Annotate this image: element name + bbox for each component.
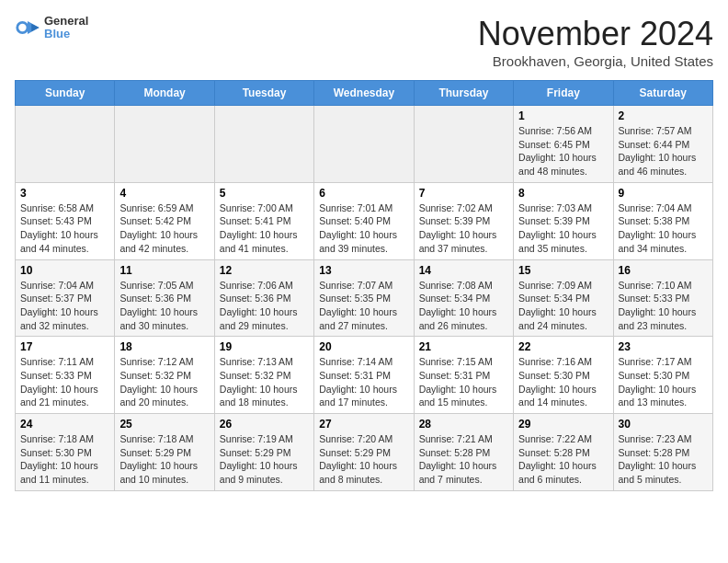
calendar-cell: 24Sunrise: 7:18 AMSunset: 5:30 PMDayligh… bbox=[16, 414, 115, 491]
day-number: 19 bbox=[220, 340, 309, 353]
day-info: Sunrise: 7:16 AMSunset: 5:30 PMDaylight:… bbox=[518, 355, 608, 409]
day-number: 22 bbox=[518, 340, 608, 353]
day-number: 29 bbox=[518, 418, 608, 431]
calendar-cell: 30Sunrise: 7:23 AMSunset: 5:28 PMDayligh… bbox=[613, 414, 712, 491]
day-info: Sunrise: 7:17 AMSunset: 5:30 PMDaylight:… bbox=[619, 355, 708, 409]
title-block: November 2024 Brookhaven, Georgia, Unite… bbox=[478, 15, 713, 69]
day-number: 25 bbox=[119, 418, 209, 431]
day-info: Sunrise: 7:08 AMSunset: 5:34 PMDaylight:… bbox=[419, 279, 508, 333]
header-monday: Monday bbox=[115, 81, 214, 106]
day-info: Sunrise: 7:00 AMSunset: 5:41 PMDaylight:… bbox=[220, 201, 309, 256]
day-number: 20 bbox=[319, 340, 408, 353]
day-info: Sunrise: 6:58 AMSunset: 5:43 PMDaylight:… bbox=[20, 201, 109, 256]
day-info: Sunrise: 7:18 AMSunset: 5:29 PMDaylight:… bbox=[119, 432, 209, 487]
day-info: Sunrise: 7:01 AMSunset: 5:40 PMDaylight:… bbox=[319, 201, 408, 256]
calendar-cell: 19Sunrise: 7:13 AMSunset: 5:32 PMDayligh… bbox=[214, 337, 313, 414]
calendar-cell: 4Sunrise: 6:59 AMSunset: 5:42 PMDaylight… bbox=[115, 182, 214, 259]
calendar-cell: 14Sunrise: 7:08 AMSunset: 5:34 PMDayligh… bbox=[414, 259, 513, 337]
day-number: 26 bbox=[220, 418, 309, 431]
logo: General Blue bbox=[15, 15, 88, 41]
calendar-week-3: 17Sunrise: 7:11 AMSunset: 5:33 PMDayligh… bbox=[16, 337, 713, 414]
calendar-cell: 25Sunrise: 7:18 AMSunset: 5:29 PMDayligh… bbox=[115, 414, 214, 491]
day-info: Sunrise: 7:04 AMSunset: 5:38 PMDaylight:… bbox=[619, 201, 708, 256]
day-number: 30 bbox=[619, 418, 708, 431]
day-number: 14 bbox=[419, 264, 508, 277]
logo-line2: Blue bbox=[44, 28, 88, 40]
day-info: Sunrise: 7:19 AMSunset: 5:29 PMDaylight:… bbox=[220, 432, 309, 487]
calendar-cell bbox=[314, 106, 414, 183]
calendar-week-4: 24Sunrise: 7:18 AMSunset: 5:30 PMDayligh… bbox=[16, 414, 713, 491]
day-number: 6 bbox=[319, 187, 408, 200]
day-info: Sunrise: 7:56 AMSunset: 6:45 PMDaylight:… bbox=[518, 124, 608, 178]
calendar-week-1: 3Sunrise: 6:58 AMSunset: 5:43 PMDaylight… bbox=[16, 182, 713, 259]
calendar-cell bbox=[214, 106, 313, 183]
calendar-cell: 22Sunrise: 7:16 AMSunset: 5:30 PMDayligh… bbox=[514, 337, 613, 414]
calendar-cell: 23Sunrise: 7:17 AMSunset: 5:30 PMDayligh… bbox=[613, 337, 712, 414]
day-number: 11 bbox=[119, 264, 209, 277]
calendar-cell: 29Sunrise: 7:22 AMSunset: 5:28 PMDayligh… bbox=[514, 414, 613, 491]
day-info: Sunrise: 7:13 AMSunset: 5:32 PMDaylight:… bbox=[220, 355, 309, 409]
calendar-week-2: 10Sunrise: 7:04 AMSunset: 5:37 PMDayligh… bbox=[16, 259, 713, 337]
calendar-cell: 18Sunrise: 7:12 AMSunset: 5:32 PMDayligh… bbox=[115, 337, 214, 414]
day-info: Sunrise: 7:06 AMSunset: 5:36 PMDaylight:… bbox=[220, 279, 309, 333]
day-info: Sunrise: 7:14 AMSunset: 5:31 PMDaylight:… bbox=[319, 355, 408, 409]
day-number: 16 bbox=[619, 264, 708, 277]
calendar-cell: 6Sunrise: 7:01 AMSunset: 5:40 PMDaylight… bbox=[314, 182, 414, 259]
page-title: November 2024 bbox=[478, 15, 713, 53]
day-number: 9 bbox=[619, 187, 708, 200]
page-header: General Blue November 2024 Brookhaven, G… bbox=[15, 15, 713, 69]
day-info: Sunrise: 7:21 AMSunset: 5:28 PMDaylight:… bbox=[419, 432, 508, 487]
header-friday: Friday bbox=[514, 81, 613, 106]
calendar-cell: 17Sunrise: 7:11 AMSunset: 5:33 PMDayligh… bbox=[16, 337, 115, 414]
day-number: 4 bbox=[119, 187, 209, 200]
day-info: Sunrise: 7:07 AMSunset: 5:35 PMDaylight:… bbox=[319, 279, 408, 333]
calendar-cell bbox=[414, 106, 513, 183]
day-number: 13 bbox=[319, 264, 408, 277]
calendar-cell: 9Sunrise: 7:04 AMSunset: 5:38 PMDaylight… bbox=[613, 182, 712, 259]
day-info: Sunrise: 7:11 AMSunset: 5:33 PMDaylight:… bbox=[20, 355, 109, 409]
day-number: 23 bbox=[619, 340, 708, 353]
calendar-cell: 3Sunrise: 6:58 AMSunset: 5:43 PMDaylight… bbox=[16, 182, 115, 259]
day-number: 7 bbox=[419, 187, 508, 200]
day-info: Sunrise: 7:15 AMSunset: 5:31 PMDaylight:… bbox=[419, 355, 508, 409]
day-info: Sunrise: 7:18 AMSunset: 5:30 PMDaylight:… bbox=[20, 432, 109, 487]
calendar-cell: 15Sunrise: 7:09 AMSunset: 5:34 PMDayligh… bbox=[514, 259, 613, 337]
day-info: Sunrise: 7:03 AMSunset: 5:39 PMDaylight:… bbox=[518, 201, 608, 256]
day-info: Sunrise: 7:02 AMSunset: 5:39 PMDaylight:… bbox=[419, 201, 508, 256]
calendar-cell bbox=[16, 106, 115, 183]
day-number: 2 bbox=[619, 109, 708, 122]
calendar-cell: 16Sunrise: 7:10 AMSunset: 5:33 PMDayligh… bbox=[613, 259, 712, 337]
calendar-cell: 27Sunrise: 7:20 AMSunset: 5:29 PMDayligh… bbox=[314, 414, 414, 491]
calendar-cell: 11Sunrise: 7:05 AMSunset: 5:36 PMDayligh… bbox=[115, 259, 214, 337]
page-subtitle: Brookhaven, Georgia, United States bbox=[478, 53, 713, 69]
calendar-header-row: SundayMondayTuesdayWednesdayThursdayFrid… bbox=[16, 81, 713, 106]
calendar-cell: 28Sunrise: 7:21 AMSunset: 5:28 PMDayligh… bbox=[414, 414, 513, 491]
calendar-table: SundayMondayTuesdayWednesdayThursdayFrid… bbox=[15, 80, 713, 491]
header-tuesday: Tuesday bbox=[214, 81, 313, 106]
day-info: Sunrise: 7:04 AMSunset: 5:37 PMDaylight:… bbox=[20, 279, 109, 333]
day-info: Sunrise: 7:20 AMSunset: 5:29 PMDaylight:… bbox=[319, 432, 408, 487]
header-wednesday: Wednesday bbox=[314, 81, 414, 106]
calendar-cell: 5Sunrise: 7:00 AMSunset: 5:41 PMDaylight… bbox=[214, 182, 313, 259]
calendar-cell: 21Sunrise: 7:15 AMSunset: 5:31 PMDayligh… bbox=[414, 337, 513, 414]
day-number: 27 bbox=[319, 418, 408, 431]
day-number: 18 bbox=[119, 340, 209, 353]
day-number: 10 bbox=[20, 264, 109, 277]
calendar-week-0: 1Sunrise: 7:56 AMSunset: 6:45 PMDaylight… bbox=[16, 106, 713, 183]
day-info: Sunrise: 7:09 AMSunset: 5:34 PMDaylight:… bbox=[518, 279, 608, 333]
day-number: 24 bbox=[20, 418, 109, 431]
calendar-cell: 12Sunrise: 7:06 AMSunset: 5:36 PMDayligh… bbox=[214, 259, 313, 337]
day-info: Sunrise: 7:57 AMSunset: 6:44 PMDaylight:… bbox=[619, 124, 708, 178]
logo-icon bbox=[15, 15, 40, 40]
header-saturday: Saturday bbox=[613, 81, 712, 106]
header-thursday: Thursday bbox=[414, 81, 513, 106]
day-number: 12 bbox=[220, 264, 309, 277]
calendar-cell bbox=[115, 106, 214, 183]
header-sunday: Sunday bbox=[16, 81, 115, 106]
day-info: Sunrise: 7:10 AMSunset: 5:33 PMDaylight:… bbox=[619, 279, 708, 333]
calendar-cell: 26Sunrise: 7:19 AMSunset: 5:29 PMDayligh… bbox=[214, 414, 313, 491]
day-info: Sunrise: 7:22 AMSunset: 5:28 PMDaylight:… bbox=[518, 432, 608, 487]
day-number: 21 bbox=[419, 340, 508, 353]
calendar-cell: 13Sunrise: 7:07 AMSunset: 5:35 PMDayligh… bbox=[314, 259, 414, 337]
logo-line1: General bbox=[44, 15, 88, 28]
